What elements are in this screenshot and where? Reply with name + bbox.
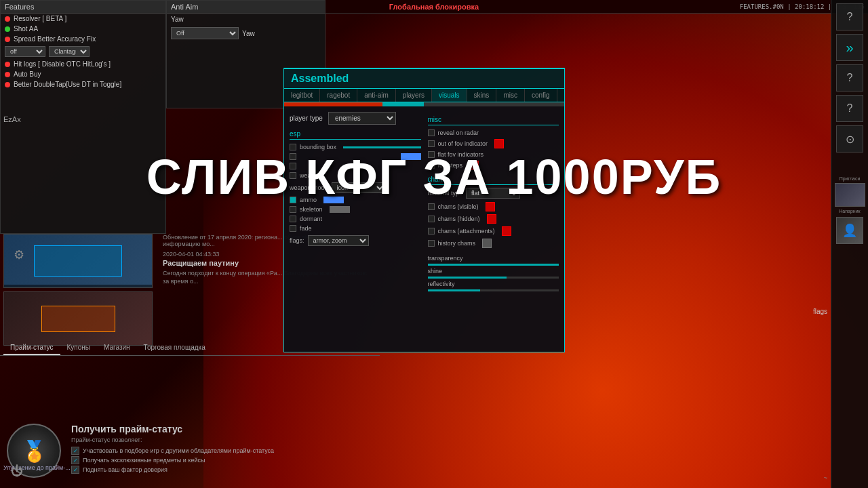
- anti-aim-yaw-row: Yaw: [167, 14, 325, 25]
- news-thumb-1: [3, 234, 153, 288]
- global-block-title: Глобальная блокировка: [389, 0, 479, 14]
- misc-section-header: misc: [428, 116, 559, 125]
- anti-aim-yaw-label: Yaw: [171, 16, 184, 23]
- question-button[interactable]: ?: [836, 3, 863, 30]
- prime-check-1: ✓: [71, 447, 79, 455]
- flat-fov-row: flat fov indicators: [428, 150, 559, 159]
- bounding-box-label: bounding box: [300, 144, 336, 150]
- tab-prime-status[interactable]: Прайм-статус: [3, 341, 60, 355]
- tab-visuals[interactable]: visuals: [432, 89, 467, 102]
- flags-select[interactable]: armor, zoom: [308, 235, 369, 246]
- toggle-button[interactable]: ⊙: [836, 125, 863, 152]
- weapon-mode-row: weapon mode icon: [290, 182, 421, 193]
- features-panel-header: Features: [1, 1, 165, 14]
- gear-icon[interactable]: ⚙: [14, 247, 24, 262]
- prime-check-2: ✓: [71, 456, 79, 464]
- question3-button[interactable]: ?: [836, 95, 863, 122]
- clantags-select2[interactable]: Clantags: [49, 46, 90, 57]
- tab-config[interactable]: config: [525, 89, 557, 102]
- hack-body: player type enemies esp bounding box: [284, 106, 564, 342]
- material-type-select[interactable]: flat: [466, 188, 520, 199]
- history-chams-label: history chams: [438, 240, 476, 247]
- tab-skins[interactable]: skins: [467, 89, 497, 102]
- shine-slider: [428, 277, 559, 279]
- news-thumb-2: [3, 291, 153, 346]
- shine-section: shine: [428, 268, 559, 279]
- skeleton-checkbox[interactable]: [290, 206, 296, 213]
- hack-right-col: misc reveal on radar out of fov indicato…: [428, 112, 559, 336]
- hack-menu: Assembled legitbot ragebot anti-aim play…: [283, 68, 565, 352]
- material-type-row: material type flat: [428, 188, 559, 199]
- fade-checkbox[interactable]: [290, 225, 296, 232]
- clantags-select1[interactable]: off: [5, 46, 45, 57]
- power-button[interactable]: ⏻: [7, 461, 27, 481]
- chams-attachments-checkbox[interactable]: [428, 228, 435, 235]
- reveal-radar-checkbox[interactable]: [428, 129, 435, 136]
- bounding-box-row: bounding box: [290, 142, 421, 152]
- anti-aim-header: Anti Aim: [167, 1, 325, 14]
- shine-label: shine: [428, 268, 559, 274]
- transparency-bar: [428, 264, 559, 266]
- weapon-checkbox[interactable]: [290, 172, 296, 179]
- weapon-mode-select[interactable]: icon: [332, 182, 386, 193]
- fov-indicator-checkbox[interactable]: [428, 140, 435, 147]
- tab-players[interactable]: players: [396, 89, 432, 102]
- tab-legitbot[interactable]: legitbot: [284, 89, 320, 102]
- transparency-section: transparency: [428, 255, 559, 266]
- history-chams-checkbox[interactable]: [428, 240, 435, 247]
- chams-hidden-checkbox[interactable]: [428, 216, 435, 222]
- question3-icon: ?: [847, 102, 853, 115]
- hack-left-col: player type enemies esp bounding box: [290, 112, 421, 336]
- tab-coupons[interactable]: Купоны: [60, 341, 98, 355]
- prog-red: [284, 102, 382, 106]
- stat-text: ~: [824, 474, 827, 481]
- person-icon: 👤: [842, 223, 857, 238]
- tab-ragebot[interactable]: ragebot: [320, 89, 357, 102]
- ammo-checkbox[interactable]: [290, 197, 296, 203]
- tab-shop[interactable]: Магазин: [97, 341, 137, 355]
- fov-color-sq: [494, 139, 504, 148]
- feature-dot-red: [5, 16, 10, 22]
- history-chams-toggle[interactable]: [482, 239, 492, 248]
- fade-label: fade: [300, 225, 312, 232]
- prog-teal: [382, 102, 425, 106]
- prime-benefit-1: ✓ Участвовать в подборе игр с другими об…: [71, 447, 373, 455]
- anti-aim-yaw-select-row: Off Yaw: [167, 25, 325, 41]
- feature-shotaa-label: Shot AA: [14, 25, 38, 33]
- tab-misc[interactable]: misc: [496, 89, 525, 102]
- esp-section-header: esp: [290, 130, 421, 140]
- prog-dark: [424, 102, 564, 106]
- question2-button[interactable]: ?: [836, 64, 863, 92]
- fov-indicator-label: out of fov indicator: [438, 140, 488, 147]
- right-sidebar: ? » ? ? ⊙ Пригласи Напарник 👤: [831, 0, 868, 488]
- chevrons-icon: »: [846, 40, 853, 56]
- weapon-mode-label: weapon mode: [290, 184, 328, 191]
- prime-benefit-1-text: Участвовать в подборе игр с другими обла…: [83, 447, 274, 454]
- chams-visible-checkbox[interactable]: [428, 203, 435, 210]
- cb2[interactable]: [290, 153, 296, 160]
- chams-visible-label: chams (visible): [438, 203, 479, 210]
- bounding-box-checkbox[interactable]: [290, 144, 296, 150]
- tab-marketplace[interactable]: Торговая площадка: [137, 341, 212, 355]
- cb3[interactable]: [290, 163, 296, 169]
- chevrons-button[interactable]: »: [836, 34, 863, 61]
- chams-visible-color: [486, 202, 495, 211]
- footsteps-checkbox[interactable]: [428, 162, 435, 169]
- invite-label: Пригласи: [835, 176, 865, 181]
- reveal-radar-row: reveal on radar: [428, 128, 559, 138]
- ezax-label: EzAx: [3, 115, 21, 123]
- flat-fov-checkbox[interactable]: [428, 151, 435, 158]
- chams-hidden-row: chams (hidden): [428, 213, 559, 225]
- footsteps-row: footsteps: [428, 159, 559, 171]
- anti-aim-yaw-select[interactable]: Off: [171, 27, 239, 39]
- row3: [290, 161, 421, 171]
- prime-benefit-2: ✓ Получать эксклюзивные предметы и кейсы: [71, 456, 373, 464]
- avatar-icon: 👤: [836, 217, 863, 244]
- feature-autobuy: Auto Buy: [1, 69, 165, 79]
- player-type-select[interactable]: enemies: [328, 112, 396, 125]
- dormant-checkbox[interactable]: [290, 216, 296, 222]
- player-type-row: player type enemies: [290, 112, 421, 125]
- feature-dot-red2: [5, 37, 10, 42]
- tab-anti-aim[interactable]: anti-aim: [357, 89, 396, 102]
- toggle-icon: ⊙: [846, 133, 854, 146]
